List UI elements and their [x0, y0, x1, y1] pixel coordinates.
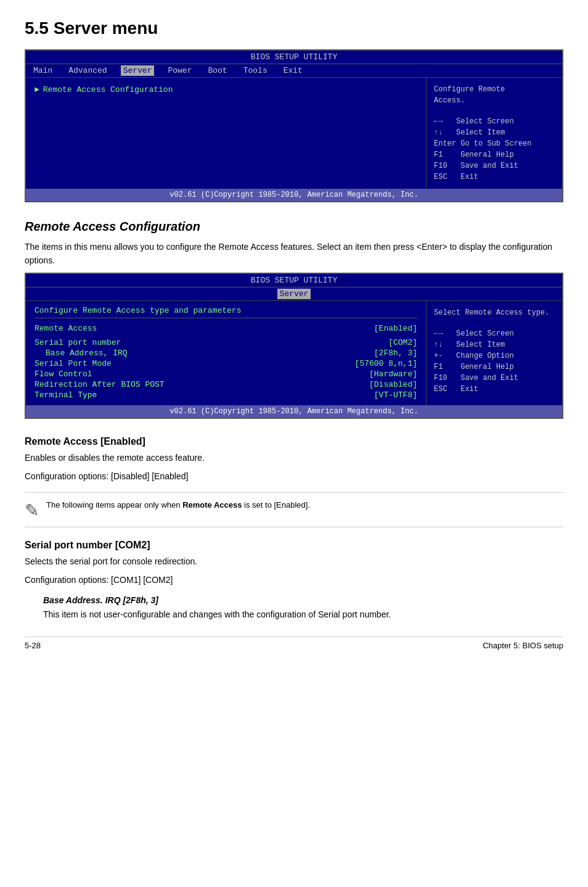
page-footer: 5-28 Chapter 5: BIOS setup	[25, 637, 563, 650]
config-value-port-mode: [57600 8,n,1]	[355, 359, 417, 368]
bios-screen-2: BIOS SETUP UTILITY Server Configure Remo…	[25, 273, 563, 419]
bios-menu-boot[interactable]: Boot	[205, 65, 229, 76]
bios-submenu-label[interactable]: Server	[277, 289, 311, 299]
bios-menu-exit[interactable]: Exit	[281, 65, 305, 76]
config-value-serial-port: [COM2]	[388, 338, 417, 347]
bios-menu-main[interactable]: Main	[31, 65, 55, 76]
config-label-port-mode: Serial Port Mode	[35, 359, 112, 368]
bios-help-text-2: Select Remote Access type.	[434, 307, 555, 318]
bios-main-panel-1: ► Remote Access Configuration	[26, 78, 427, 189]
footer-page-number: 5-28	[25, 641, 41, 650]
config-label-redirection: Redirection After BIOS POST	[35, 380, 165, 389]
bios-side-panel-1: Configure RemoteAccess. ←→ Select Screen…	[427, 78, 562, 189]
config-label-serial-port: Serial port number	[35, 338, 121, 347]
config-label-base-address: Base Address, IRQ	[46, 349, 128, 358]
arrow-icon: ►	[35, 85, 39, 94]
config-value-base-address: [2F8h, 3]	[374, 349, 417, 358]
subsubsection-base-address: Base Address. IRQ [2F8h, 3]	[25, 595, 563, 605]
bios-menu-tools[interactable]: Tools	[241, 65, 270, 76]
bios-menu-advanced[interactable]: Advanced	[66, 65, 109, 76]
config-row-flow-control[interactable]: Flow Control [Hardware]	[35, 369, 417, 379]
config-row-redirection[interactable]: Redirection After BIOS POST [Disabled]	[35, 379, 417, 390]
bios-menu-server[interactable]: Server	[121, 65, 155, 76]
bios-item-label: Remote Access Configuration	[43, 85, 173, 94]
key-select-item-1: ↑↓ Select Item	[434, 127, 555, 138]
bios-keys-1: ←→ Select Screen ↑↓ Select Item Enter Go…	[434, 116, 555, 183]
bios-body-1: ► Remote Access Configuration Configure …	[26, 78, 562, 189]
bios-title-bar-1: BIOS SETUP UTILITY	[26, 51, 562, 64]
serial-port-desc2: Configuration options: [COM1] [COM2]	[25, 573, 563, 587]
bios-footer-2: v02.61 (C)Copyright 1985-2010, American …	[26, 405, 562, 418]
bios-screen-1: BIOS SETUP UTILITY Main Advanced Server …	[25, 49, 563, 202]
key-select-item-2: ↑↓ Select Item	[434, 339, 555, 350]
config-label-remote-access: Remote Access	[35, 324, 97, 333]
bios-config-panel: Configure Remote Access type and paramet…	[26, 301, 427, 405]
page-title: 5.5 Server menu	[25, 19, 563, 38]
subsection-serial-port: Serial port number [COM2]	[25, 540, 563, 551]
subsection-remote-access-enabled: Remote Access [Enabled]	[25, 436, 563, 447]
bios-menu-bar-2: Server	[26, 287, 562, 301]
note-text: The following items appear only when Rem…	[46, 499, 310, 511]
note-box: ✎ The following items appear only when R…	[25, 492, 563, 527]
key-select-screen-1: ←→ Select Screen	[434, 116, 555, 127]
config-value-terminal-type: [VT-UTF8]	[374, 390, 417, 400]
key-esc-1: ESC Exit	[434, 171, 555, 183]
bios-footer-1: v02.61 (C)Copyright 1985-2010, American …	[26, 189, 562, 201]
config-value-redirection: [Disabled]	[369, 380, 417, 389]
config-label-terminal-type: Terminal Type	[35, 390, 97, 400]
note-bold: Remote Access	[182, 500, 242, 510]
config-label-flow-control: Flow Control	[35, 369, 92, 379]
bios-menu-power[interactable]: Power	[165, 65, 194, 76]
key-change-option-2: +- Change Option	[434, 350, 555, 361]
key-f1-1: F1 General Help	[434, 149, 555, 160]
config-row-port-mode[interactable]: Serial Port Mode [57600 8,n,1]	[35, 358, 417, 369]
section-remote-access-desc: The items in this menu allows you to con…	[25, 240, 563, 268]
bios-config-title: Configure Remote Access type and paramet…	[35, 306, 417, 318]
section-remote-access-title: Remote Access Configuration	[25, 220, 563, 234]
key-f10-1: F10 Save and Exit	[434, 160, 555, 171]
key-enter-1: Enter Go to Sub Screen	[434, 138, 555, 149]
config-row-base-address: Base Address, IRQ [2F8h, 3]	[35, 348, 417, 358]
config-value-flow-control: [Hardware]	[369, 369, 417, 379]
key-select-screen-2: ←→ Select Screen	[434, 328, 555, 339]
bios-keys-2: ←→ Select Screen ↑↓ Select Item +- Chang…	[434, 328, 555, 395]
config-row-remote-access[interactable]: Remote Access [Enabled]	[35, 323, 417, 334]
note-icon: ✎	[25, 500, 39, 521]
bios-title-bar-2: BIOS SETUP UTILITY	[26, 274, 562, 287]
footer-chapter: Chapter 5: BIOS setup	[483, 641, 563, 650]
remote-access-desc2: Configuration options: [Disabled] [Enabl…	[25, 469, 563, 483]
serial-port-desc1: Selects the serial port for console redi…	[25, 555, 563, 568]
config-row-serial-port[interactable]: Serial port number [COM2]	[35, 337, 417, 348]
remote-access-desc1: Enables or disables the remote access fe…	[25, 451, 563, 464]
bios-side-panel-2: Select Remote Access type. ←→ Select Scr…	[427, 301, 562, 405]
key-esc-2: ESC Exit	[434, 384, 555, 395]
bios-menu-bar-1: Main Advanced Server Power Boot Tools Ex…	[26, 64, 562, 78]
key-f1-2: F1 General Help	[434, 361, 555, 373]
base-address-desc: This item is not user-configurable and c…	[25, 608, 563, 621]
config-value-remote-access: [Enabled]	[374, 324, 417, 333]
config-row-terminal-type[interactable]: Terminal Type [VT-UTF8]	[35, 390, 417, 400]
bios-item-remote-access-config[interactable]: ► Remote Access Configuration	[35, 84, 417, 96]
bios-help-text-1: Configure RemoteAccess.	[434, 84, 555, 106]
bios-body-2: Configure Remote Access type and paramet…	[26, 301, 562, 405]
key-f10-2: F10 Save and Exit	[434, 373, 555, 384]
